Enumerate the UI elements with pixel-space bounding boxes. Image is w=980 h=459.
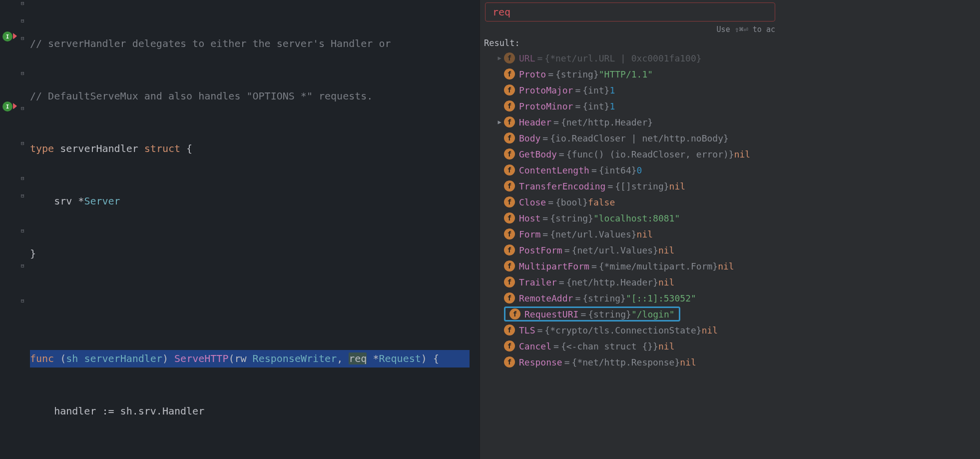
variable-value: 1 (609, 101, 615, 112)
type-name: serverHandler (60, 140, 138, 158)
variable-row[interactable]: fForm = {net/url.Values} nil (480, 226, 780, 242)
variable-value: nil (658, 277, 675, 288)
fold-icon[interactable]: ⊟ (21, 228, 27, 234)
fold-icon[interactable]: ⊟ (21, 70, 27, 76)
field-name: srv (54, 192, 72, 210)
variable-row[interactable]: fProtoMinor = {int} 1 (480, 98, 780, 114)
type-ref: Server (84, 192, 120, 210)
variable-value: 1 (609, 85, 615, 96)
fold-icon[interactable]: ⊟ (21, 0, 27, 6)
receiver-type: serverHandler (84, 352, 162, 364)
variable-value: "/login" (631, 309, 675, 320)
variable-row[interactable]: fRequestURI = {string} "/login" (480, 306, 780, 322)
variable-row[interactable]: ▶fHeader = {net/http.Header} (480, 114, 780, 130)
variable-row[interactable]: fTrailer = {net/http.Header} nil (480, 274, 780, 290)
variable-type: {string} (588, 309, 631, 320)
variable-type: {net/url.Values} (550, 229, 636, 240)
keyword: struct (144, 140, 180, 158)
variable-name: Header (519, 117, 551, 128)
variable-row[interactable]: fProto = {string} "HTTP/1.1" (480, 66, 780, 82)
variable-value: nil (718, 261, 734, 272)
brace: } (30, 245, 36, 262)
variable-row[interactable]: fGetBody = {func() (io.ReadCloser, error… (480, 146, 780, 162)
variable-type: {string} (582, 293, 626, 304)
fold-icon[interactable]: ⊟ (21, 192, 27, 198)
variables-tree[interactable]: ▶fURL = {*net/url.URL | 0xc0001fa100}fPr… (480, 50, 780, 370)
fold-icon[interactable]: ⊟ (21, 175, 27, 181)
code-editor[interactable]: I I ⊟ ⊟ ⊟ ⊟ ⊟ ⊟ ⊟ ⊟ ⊟ ⊟ ⊟ // serverHandl… (0, 0, 480, 459)
variable-value: nil (680, 357, 696, 368)
variable-row[interactable]: fTLS = {*crypto/tls.ConnectionState} nil (480, 322, 780, 338)
brace: { (186, 140, 192, 158)
variable-type: {bool} (555, 197, 588, 208)
fold-icon[interactable]: ⊟ (21, 262, 27, 268)
variable-value: nil (658, 341, 675, 352)
field-icon: f (504, 340, 515, 352)
gutter-arrow-icon (13, 33, 17, 39)
field-icon: f (504, 100, 515, 112)
variable-row[interactable]: fBody = {io.ReadCloser | net/http.noBody… (480, 130, 780, 146)
fold-icon[interactable]: ⊟ (21, 140, 27, 146)
variable-row[interactable]: fTransferEncoding = {[]string} nil (480, 178, 780, 194)
variable-name: Cancel (519, 341, 551, 352)
field-icon: f (504, 196, 515, 208)
variable-type: {[]string} (615, 181, 669, 192)
variable-row[interactable]: fMultipartForm = {*mime/multipart.Form} … (480, 258, 780, 274)
variable-name: ProtoMajor (519, 85, 573, 96)
variable-name: ProtoMinor (519, 101, 573, 112)
expand-icon[interactable]: ▶ (495, 54, 504, 62)
variable-row[interactable]: fProtoMajor = {int} 1 (480, 82, 780, 98)
expression-input[interactable] (485, 2, 775, 22)
expand-icon[interactable]: ▶ (495, 118, 504, 126)
receiver-name: sh (66, 352, 78, 364)
gutter-marker-icon[interactable]: I (2, 102, 12, 112)
variable-name: GetBody (519, 149, 557, 160)
variable-value: nil (637, 229, 653, 240)
variable-name: MultipartForm (519, 261, 589, 272)
fold-icon[interactable]: ⊟ (21, 18, 27, 24)
variable-row[interactable]: fRemoteAddr = {string} "[::1]:53052" (480, 290, 780, 306)
variable-type: {net/http.Header} (561, 117, 653, 128)
variable-value: nil (658, 245, 675, 256)
variable-name: Close (519, 197, 546, 208)
variable-type: {*net/http.Response} (572, 357, 680, 368)
variable-value: "localhost:8081" (593, 213, 680, 224)
field-icon: f (504, 292, 515, 304)
func-name: ServeHTTP (174, 352, 228, 364)
variable-row[interactable]: fCancel = {<-chan struct {}} nil (480, 338, 780, 354)
fold-icon[interactable]: ⊟ (21, 105, 27, 111)
variable-row[interactable]: fResponse = {*net/http.Response} nil (480, 354, 780, 370)
fold-icon[interactable]: ⊟ (21, 35, 27, 41)
variable-row[interactable]: fHost = {string} "localhost:8081" (480, 210, 780, 226)
field-icon: f (504, 244, 515, 256)
gutter-marker-icon[interactable]: I (2, 32, 12, 42)
comment-text: // serverHandler delegates to either the… (30, 35, 391, 52)
field-icon: f (504, 148, 515, 160)
field-icon: f (504, 132, 515, 144)
variable-type: {net/http.Header} (566, 277, 658, 288)
fold-icon[interactable]: ⊟ (21, 298, 27, 304)
variable-row[interactable]: ▶fURL = {*net/url.URL | 0xc0001fa100} (480, 50, 780, 66)
code-content[interactable]: // serverHandler delegates to either the… (30, 0, 480, 459)
variable-type: {int} (582, 101, 609, 112)
variable-name: TransferEncoding (519, 181, 605, 192)
field-icon: f (504, 52, 515, 64)
variable-name: TLS (519, 325, 535, 336)
field-icon: f (504, 84, 515, 96)
variable-value: false (588, 197, 615, 208)
variable-type: {io.ReadCloser | net/http.noBody} (550, 133, 729, 144)
variable-name: ContentLength (519, 165, 589, 176)
field-icon: f (504, 164, 515, 176)
variable-row[interactable]: fPostForm = {net/url.Values} nil (480, 242, 780, 258)
field-icon: f (504, 324, 515, 336)
variable-row[interactable]: fContentLength = {int64} 0 (480, 162, 780, 178)
variable-name: PostForm (519, 245, 562, 256)
variable-name: Host (519, 213, 540, 224)
keyword: type (30, 140, 54, 158)
keyword: func (30, 352, 54, 364)
variable-type: {int64} (599, 165, 637, 176)
variable-row[interactable]: fClose = {bool} false (480, 194, 780, 210)
variable-name: Body (519, 133, 540, 144)
gutter: I I ⊟ ⊟ ⊟ ⊟ ⊟ ⊟ ⊟ ⊟ ⊟ ⊟ ⊟ (0, 0, 27, 459)
field-icon: f (504, 68, 515, 80)
